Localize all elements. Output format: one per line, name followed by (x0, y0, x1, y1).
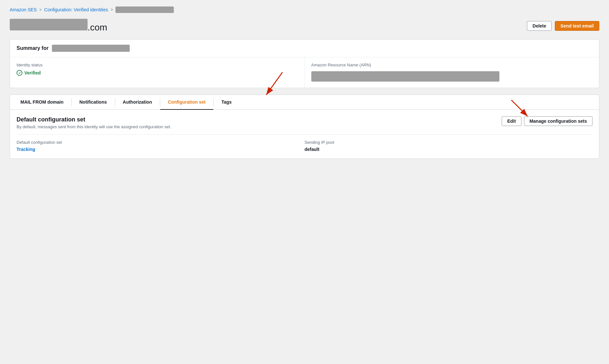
breadcrumb-link-verified-identities[interactable]: Configuration: Verified identities (44, 7, 108, 12)
sending-ip-pool-section: Sending IP pool default (304, 140, 592, 152)
summary-card-header: Summary for (10, 40, 599, 57)
summary-card-body: Identity status ✓ Verified Amazon Resour… (10, 57, 599, 88)
identity-status-label: Identity status (17, 63, 298, 67)
summary-title: Summary for (17, 45, 592, 52)
config-set-description: By default, messages sent from this iden… (17, 124, 171, 129)
tab-content: Default configuration set By default, me… (10, 110, 599, 158)
arrow-to-edit (502, 97, 541, 123)
default-config-label: Default configuration set (17, 140, 304, 145)
header-buttons: Delete Send test email (527, 21, 599, 31)
tab-notifications[interactable]: Notifications (72, 95, 115, 110)
tabs-container: MAIL FROM domain Notifications Authoriza… (10, 95, 599, 159)
config-set-header: Default configuration set By default, me… (17, 116, 592, 135)
config-set-title: Default configuration set (17, 116, 171, 123)
send-test-email-button[interactable]: Send test email (555, 21, 599, 31)
arn-label: Amazon Resource Name (ARN) (311, 63, 593, 67)
breadcrumb: Amazon SES > Configuration: Verified ide… (10, 6, 599, 13)
tab-tags[interactable]: Tags (214, 95, 240, 110)
summary-title-prefix: Summary for (17, 45, 49, 51)
identity-status-value: ✓ Verified (17, 70, 298, 76)
arn-value-redacted (311, 71, 499, 82)
breadcrumb-current-redacted (115, 6, 174, 13)
tab-authorization[interactable]: Authorization (115, 95, 160, 110)
config-set-info: Default configuration set By default, me… (17, 116, 171, 129)
default-config-value[interactable]: Tracking (17, 147, 35, 152)
identity-status-section: Identity status ✓ Verified (10, 57, 305, 88)
breadcrumb-link-ses[interactable]: Amazon SES (10, 7, 37, 12)
tab-configuration-set[interactable]: Configuration set (160, 95, 213, 110)
arn-section: Amazon Resource Name (ARN) (305, 57, 599, 88)
page-title-suffix: .com (88, 22, 107, 33)
sending-ip-pool-value: default (304, 147, 592, 152)
summary-card: Summary for Identity status ✓ Verified A… (10, 39, 599, 88)
page-title-redacted (10, 19, 88, 30)
breadcrumb-separator-1: > (39, 7, 42, 12)
summary-title-redacted (52, 45, 130, 52)
verified-icon: ✓ (17, 70, 22, 76)
verified-text: Verified (24, 70, 41, 75)
breadcrumb-separator-2: > (111, 7, 113, 12)
page-title-area: .com (10, 19, 107, 33)
page-header: .com Delete Send test email (10, 19, 599, 33)
sending-ip-pool-label: Sending IP pool (304, 140, 592, 145)
default-config-section: Default configuration set Tracking (17, 140, 304, 152)
tab-mail-from-domain[interactable]: MAIL FROM domain (13, 95, 71, 110)
config-details: Default configuration set Tracking Sendi… (17, 135, 592, 152)
delete-button[interactable]: Delete (527, 21, 552, 31)
